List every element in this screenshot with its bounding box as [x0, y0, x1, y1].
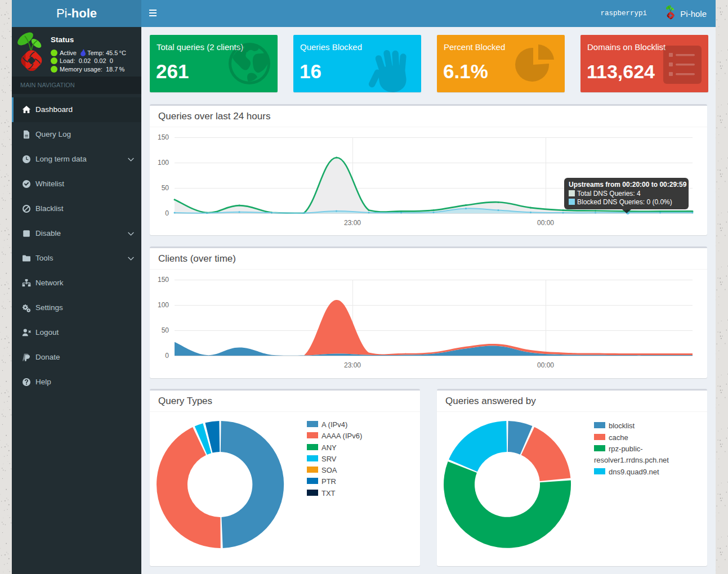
svg-text:23:00: 23:00 [344, 219, 361, 227]
svg-text:23:00: 23:00 [344, 361, 361, 369]
svg-text:100: 100 [158, 301, 169, 309]
svg-text:100: 100 [158, 159, 169, 167]
svg-text:150: 150 [158, 276, 169, 284]
svg-text:150: 150 [158, 133, 169, 141]
svg-text:0: 0 [165, 209, 169, 217]
svg-text:00:00: 00:00 [537, 219, 554, 227]
svg-text:0: 0 [165, 352, 169, 360]
svg-text:50: 50 [162, 184, 169, 192]
svg-text:50: 50 [162, 326, 169, 334]
svg-text:00:00: 00:00 [537, 361, 554, 369]
